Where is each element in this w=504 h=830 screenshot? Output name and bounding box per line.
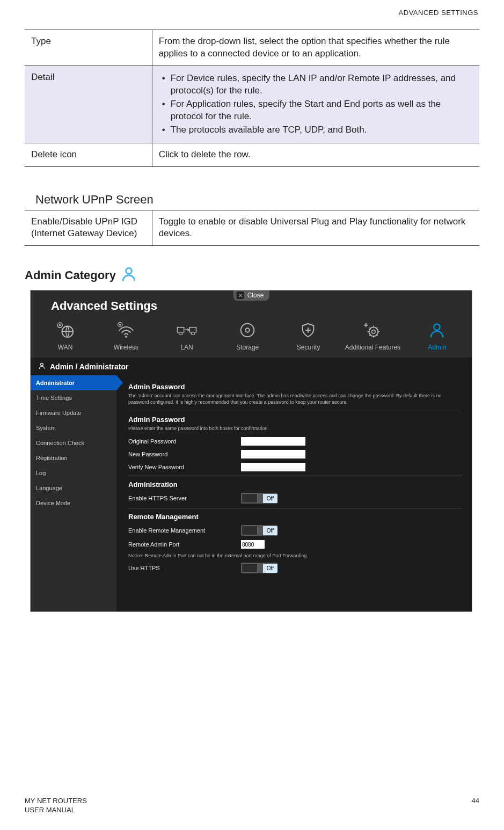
remote-mgmt-row: Enable Remote Management Off (128, 525, 463, 536)
globe-icon (55, 322, 76, 340)
admin-password-title-2: Admin Password (128, 416, 463, 424)
remote-mgmt-toggle[interactable]: Off (241, 525, 277, 536)
svg-point-7 (241, 324, 254, 337)
admin-screenshot: ✕ Close Advanced Settings WAN Wireless L… (30, 290, 472, 612)
tab-storage[interactable]: Storage (223, 322, 272, 351)
https-server-toggle[interactable]: Off (241, 493, 277, 504)
tab-label: Security (297, 344, 320, 351)
sidebar-item-log[interactable]: Log (31, 465, 116, 480)
tab-label: Storage (236, 344, 259, 351)
page-header: ADVANCED SETTINGS (25, 0, 479, 30)
svg-point-8 (246, 329, 250, 333)
footer-product: MY NET ROUTERS (25, 797, 87, 806)
svg-rect-6 (189, 327, 196, 332)
close-button[interactable]: ✕ Close (233, 290, 269, 301)
toggle-state: Off (263, 494, 277, 503)
page-number: 44 (472, 797, 479, 815)
svg-point-3 (125, 336, 127, 338)
admin-password-desc-2: Please enter the same password into both… (128, 426, 463, 432)
disc-icon (237, 322, 258, 340)
toggle-knob (242, 493, 258, 503)
use-https-row: Use HTTPS Off (128, 563, 463, 573)
shield-icon (298, 322, 318, 340)
https-server-row: Enable HTTPS Server Off (128, 493, 463, 504)
field-label: Use HTTPS (128, 565, 241, 571)
page-footer: MY NET ROUTERS USER MANUAL 44 (25, 797, 479, 815)
new-password-row: New Password (128, 450, 463, 458)
tab-bar: WAN Wireless LAN Storage Security Additi… (31, 322, 472, 358)
breadcrumb-text: Admin / Administrator (50, 362, 129, 371)
tab-additional-features[interactable]: Additional Features (345, 322, 400, 351)
bullet: The protocols available are TCP, UDP, an… (159, 124, 473, 136)
remote-port-notice: Notice: Remote Admin Port can not be in … (128, 553, 463, 558)
tab-wireless[interactable]: Wireless (102, 322, 150, 351)
remote-port-input[interactable] (241, 540, 265, 549)
row-label: Detail (25, 65, 152, 143)
sidebar-item-time-settings[interactable]: Time Settings (31, 390, 116, 405)
person-icon (38, 362, 46, 371)
table-row: Delete icon Click to delete the row. (25, 143, 479, 166)
toggle-state: Off (263, 564, 277, 573)
close-icon: ✕ (237, 292, 244, 299)
field-label: Remote Admin Port (128, 541, 241, 548)
table-row: Type From the drop-down list, select the… (25, 30, 479, 66)
heading-text: Admin Category (25, 268, 116, 282)
sidebar-item-administrator[interactable]: Administrator (31, 375, 116, 390)
upnp-title: Network UPnP Screen (35, 193, 479, 207)
field-label: Enable HTTPS Server (128, 495, 241, 501)
footer-subtitle: USER MANUAL (25, 806, 87, 815)
sidebar-item-system[interactable]: System (31, 420, 116, 435)
use-https-toggle[interactable]: Off (241, 563, 277, 573)
person-icon (427, 322, 447, 340)
toggle-state: Off (263, 526, 277, 535)
field-label: Original Password (128, 438, 241, 445)
tab-label: LAN (180, 344, 193, 351)
row-label: Type (25, 30, 152, 66)
toggle-knob (242, 526, 258, 535)
new-password-input[interactable] (241, 450, 305, 458)
row-desc: Toggle to enable or disable Universal Pl… (152, 210, 479, 246)
tab-wan[interactable]: WAN (41, 322, 90, 351)
administration-title: Administration (128, 480, 463, 489)
gear-plus-icon (362, 322, 383, 340)
tab-label: Admin (428, 344, 446, 351)
field-label: Enable Remote Management (128, 527, 241, 534)
original-password-input[interactable] (241, 437, 305, 446)
admin-category-heading: Admin Category (25, 265, 479, 286)
row-desc: Click to delete the row. (152, 143, 479, 166)
field-label: New Password (128, 451, 241, 457)
divider (128, 508, 463, 508)
row-label: Delete icon (25, 143, 152, 166)
sidebar-item-registration[interactable]: Registration (31, 450, 116, 465)
lan-icon (177, 322, 197, 340)
svg-point-10 (372, 330, 376, 334)
table-row: Detail For Device rules, specify the LAN… (25, 65, 479, 143)
admin-password-title: Admin Password (128, 383, 463, 391)
divider (128, 476, 463, 476)
bullet: For Device rules, specify the LAN IP and… (159, 72, 473, 97)
svg-rect-5 (178, 327, 184, 332)
remote-port-row: Remote Admin Port (128, 540, 463, 549)
definitions-table-2: Enable/Disable UPnP IGD (Internet Gatewa… (25, 210, 479, 246)
sidebar-item-language[interactable]: Language (31, 480, 116, 496)
field-label: Verify New Password (128, 464, 241, 470)
svg-point-0 (126, 268, 132, 274)
table-row: Enable/Disable UPnP IGD (Internet Gatewa… (25, 210, 479, 246)
close-label: Close (247, 292, 264, 299)
sidebar-item-firmware-update[interactable]: Firmware Update (31, 405, 116, 420)
divider (128, 411, 463, 411)
tab-lan[interactable]: LAN (163, 322, 211, 351)
tab-security[interactable]: Security (284, 322, 332, 351)
verify-password-input[interactable] (241, 463, 305, 471)
tab-label: Additional Features (345, 344, 400, 351)
tab-label: WAN (58, 344, 73, 351)
row-label: Enable/Disable UPnP IGD (Internet Gatewa… (25, 210, 152, 246)
sidebar-item-device-mode[interactable]: Device Mode (31, 496, 116, 511)
wifi-icon (116, 322, 136, 340)
tab-label: Wireless (114, 344, 138, 351)
admin-main-panel: Admin Password The 'admin' account can a… (116, 375, 472, 611)
tab-admin[interactable]: Admin (413, 322, 461, 351)
row-desc: From the drop-down list, select the opti… (152, 30, 479, 66)
bullet: For Application rules, specify the Start… (159, 98, 473, 123)
sidebar-item-connection-check[interactable]: Connection Check (31, 435, 116, 450)
